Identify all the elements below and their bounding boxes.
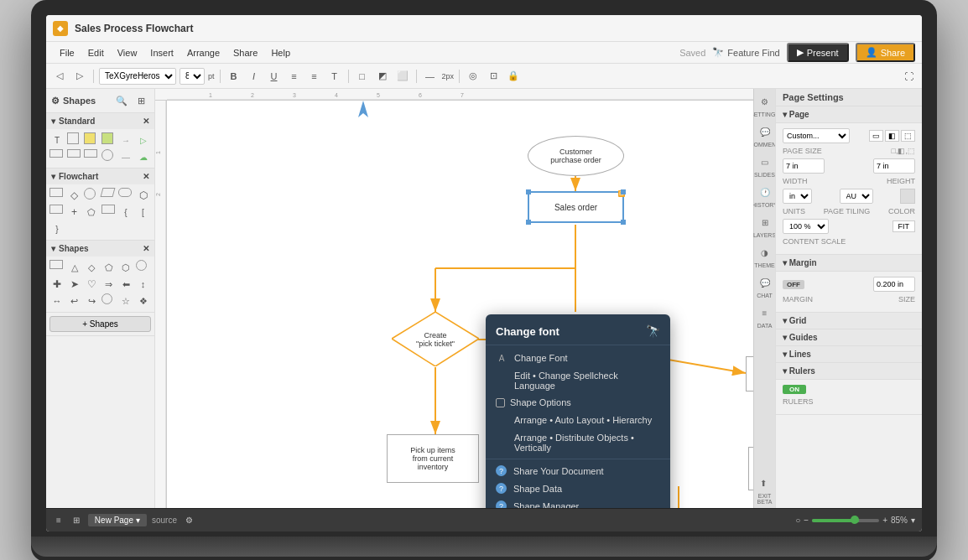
shape-diamond-s[interactable]: ◇ <box>84 260 99 275</box>
line-color-button[interactable]: ⬜ <box>394 68 411 85</box>
exit-beta-group[interactable]: ⬆ EXIT BETA <box>754 474 775 508</box>
menu-edit[interactable]: Edit <box>81 46 111 60</box>
fc-brace-left[interactable]: { <box>118 205 133 220</box>
units-select[interactable]: in <box>783 189 812 204</box>
menu-spellcheck[interactable]: Edit • Change Spellcheck Language <box>486 367 670 394</box>
shape-circle2-s[interactable] <box>101 293 112 304</box>
fit-button[interactable]: FIT <box>893 220 916 232</box>
line-style-button[interactable]: — <box>422 68 439 85</box>
fc-parallelogram[interactable] <box>100 188 115 197</box>
chat-icon[interactable]: 💬 <box>756 273 774 292</box>
canvas-content[interactable]: Customerpurchase order Sales order ⊞ <box>167 101 753 508</box>
close-flowchart-icon[interactable]: ✕ <box>143 172 149 181</box>
menu-share[interactable]: Share <box>226 46 264 60</box>
menu-file[interactable]: File <box>53 46 81 60</box>
color-picker[interactable] <box>900 189 915 204</box>
canvas-area[interactable]: 1 2 3 4 5 6 7 1 2 <box>155 89 753 508</box>
page-size-select[interactable]: Custom... <box>783 128 850 143</box>
close-shapes-icon[interactable]: ✕ <box>143 244 149 253</box>
node-create-packing[interactable]: Create packingslip and invoice <box>748 447 753 490</box>
standard-section-header[interactable]: ▾ Standard ✕ <box>46 113 154 129</box>
align-button[interactable]: ≡ <box>286 68 303 85</box>
fc-ellipse[interactable] <box>84 188 96 200</box>
source-button[interactable]: source <box>152 516 177 525</box>
shape-star-s[interactable]: ☆ <box>118 293 133 309</box>
sidebar-item-slides[interactable]: ▭ SLIDES <box>754 153 775 178</box>
rect2-shape[interactable] <box>49 149 63 158</box>
shape-leftright-s[interactable]: ↔ <box>49 293 65 309</box>
present-button[interactable]: ▶ Present <box>787 43 849 62</box>
theme-icon[interactable]: ◑ <box>756 243 774 262</box>
width-input[interactable] <box>783 158 825 174</box>
data-icon[interactable]: ≡ <box>756 303 774 322</box>
list-view-button[interactable]: ≡ <box>53 514 65 526</box>
menu-change-font[interactable]: A Change Font <box>486 349 670 367</box>
sidebar-item-chat[interactable]: 💬 CHAT <box>756 273 774 298</box>
margin-section-header[interactable]: ▾ Margin <box>776 255 922 272</box>
menu-shape-options[interactable]: Shape Options <box>486 394 670 411</box>
text-align-button[interactable]: ≡ <box>306 68 323 85</box>
sidebar-item-data[interactable]: ≡ DATA <box>756 303 774 329</box>
node-customer-po[interactable]: Customerpurchase order <box>528 136 624 176</box>
margin-size-input[interactable] <box>873 277 915 292</box>
handle-br[interactable] <box>621 220 626 225</box>
bold-button[interactable]: B <box>226 68 242 85</box>
grid-view-button[interactable]: ⊞ <box>70 514 83 526</box>
node-pick-ticket[interactable]: Create"pick ticket" <box>392 312 479 366</box>
close-standard-icon[interactable]: ✕ <box>143 117 149 126</box>
settings-icon[interactable]: ⚙ <box>756 92 774 111</box>
guides-section-header[interactable]: ▾ Guides <box>776 329 922 346</box>
fc-hexagon[interactable]: ⬡ <box>136 188 151 203</box>
sidebar-item-theme[interactable]: ◑ THEME <box>754 243 775 268</box>
slides-icon[interactable]: ▭ <box>756 153 774 171</box>
share-button[interactable]: 👤 Share <box>856 43 915 62</box>
shape-doublearrow-s[interactable]: ⇒ <box>101 277 117 292</box>
zoom-slider-track[interactable] <box>812 519 879 522</box>
shape-triangle-s[interactable]: △ <box>67 260 82 275</box>
shape-options-checkbox[interactable] <box>496 398 505 407</box>
shape-back-arrow-s[interactable]: ↩ <box>67 293 82 309</box>
margin-toggle-off[interactable]: OFF <box>783 280 804 289</box>
zoom-minus-button[interactable]: − <box>804 516 809 525</box>
settings-bottom-button[interactable]: ⚙ <box>182 514 196 526</box>
fc-rect[interactable] <box>49 188 63 197</box>
node-sales-order[interactable]: Sales order ⊞ <box>528 191 624 223</box>
shape-circle-s[interactable] <box>136 260 147 271</box>
flowchart-section-header[interactable]: ▾ Flowchart ✕ <box>46 169 154 184</box>
handle-bl[interactable] <box>526 220 531 225</box>
menu-distribute[interactable]: Arrange • Distribute Objects • Verticall… <box>486 429 670 456</box>
node-ship-customer[interactable]: Ship tocustomer <box>746 356 753 391</box>
border-button[interactable]: □ <box>354 68 371 85</box>
rect4-shape[interactable] <box>84 149 97 158</box>
page-section-header[interactable]: ▾ Page <box>776 106 922 123</box>
rect-shape[interactable] <box>67 132 79 144</box>
shape-heart-s[interactable]: ♡ <box>84 277 99 292</box>
fc-cross[interactable]: + <box>67 205 82 220</box>
exit-beta-icon[interactable]: ⬆ <box>754 474 773 492</box>
height-input[interactable] <box>873 158 915 174</box>
new-page-tab[interactable]: New Page ▾ <box>88 514 147 526</box>
rect3-shape[interactable] <box>67 149 81 158</box>
menu-share-doc[interactable]: ? Share Your Document <box>486 462 670 480</box>
shape-updown-s[interactable]: ↕ <box>136 277 151 292</box>
fc-bracket-left[interactable]: [ <box>136 205 151 220</box>
menu-arrange[interactable]: Arrange <box>180 46 226 60</box>
cloud-shape[interactable]: ☁ <box>136 149 151 164</box>
shape-hex-s[interactable]: ⬡ <box>118 260 133 275</box>
menu-view[interactable]: View <box>111 46 144 60</box>
fc-brace-right[interactable]: } <box>49 221 65 236</box>
menu-insert[interactable]: Insert <box>143 46 180 60</box>
text-format-button[interactable]: T <box>326 68 343 85</box>
triangle-shape[interactable]: ▷ <box>136 132 151 148</box>
connection-button[interactable]: ⊡ <box>485 68 502 85</box>
history-icon[interactable]: 🕐 <box>756 183 774 201</box>
fc-rounded[interactable] <box>118 188 132 197</box>
tiling-select[interactable]: AUTO <box>840 189 873 204</box>
line-shape[interactable]: — <box>118 149 133 164</box>
format-portrait-btn[interactable]: ▭ <box>869 130 883 142</box>
rulers-toggle-on[interactable]: ON <box>783 385 806 394</box>
comment-icon[interactable]: 💬 <box>756 122 774 141</box>
text-shape[interactable]: T <box>49 132 65 148</box>
shape-cross-s[interactable]: ✚ <box>49 277 65 292</box>
shape-arrow-left-s[interactable]: ⬅ <box>118 277 133 292</box>
